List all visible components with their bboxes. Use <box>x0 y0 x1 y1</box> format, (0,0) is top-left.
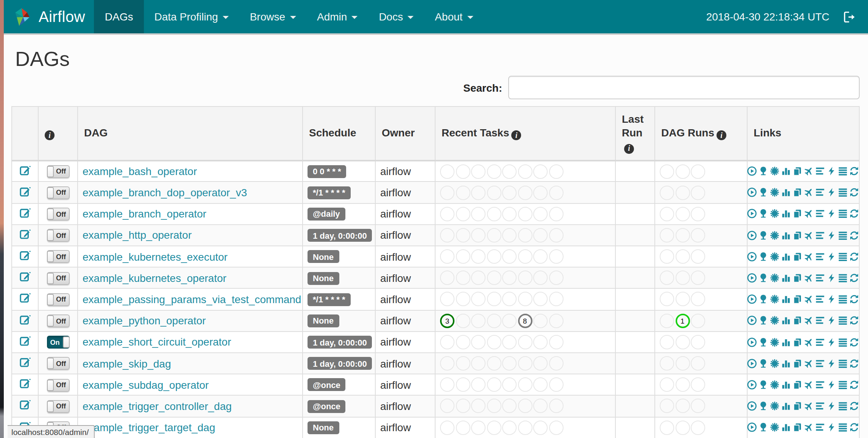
edit-dag-icon[interactable] <box>19 335 31 347</box>
log-view-icon[interactable] <box>838 294 848 304</box>
task-duration-icon[interactable] <box>781 166 792 177</box>
recent-task-circle[interactable] <box>518 335 532 349</box>
task-tries-icon[interactable] <box>793 401 803 411</box>
recent-task-circle[interactable] <box>440 292 454 307</box>
dag-run-circle[interactable] <box>660 228 674 242</box>
code-view-icon[interactable] <box>827 209 837 219</box>
recent-task-circle[interactable] <box>549 292 563 307</box>
gantt-view-icon[interactable] <box>815 337 826 347</box>
graph-view-icon[interactable] <box>770 188 780 198</box>
landing-times-icon[interactable] <box>804 358 814 369</box>
task-duration-icon[interactable] <box>781 380 792 390</box>
recent-task-circle[interactable] <box>440 377 454 392</box>
dag-pause-toggle[interactable]: Off <box>47 293 69 306</box>
recent-task-circle[interactable] <box>471 377 486 392</box>
recent-task-circle[interactable] <box>440 164 454 178</box>
recent-task-circle[interactable] <box>456 356 470 371</box>
recent-task-circle[interactable] <box>487 185 501 200</box>
recent-task-circle[interactable]: 8 <box>518 313 532 328</box>
task-tries-icon[interactable] <box>793 316 803 326</box>
recent-task-circle[interactable] <box>456 335 470 349</box>
recent-task-circle[interactable] <box>549 249 563 264</box>
recent-task-circle[interactable] <box>533 206 548 221</box>
dag-run-circle[interactable] <box>660 164 674 178</box>
dag-run-circle[interactable] <box>675 249 690 264</box>
recent-task-circle[interactable] <box>456 292 470 307</box>
trigger-dag-icon[interactable] <box>747 358 757 369</box>
refresh-icon[interactable] <box>849 358 860 369</box>
task-tries-icon[interactable] <box>793 230 803 240</box>
recent-task-circle[interactable] <box>502 377 517 392</box>
tree-view-icon[interactable] <box>759 209 769 219</box>
landing-times-icon[interactable] <box>804 273 814 283</box>
refresh-icon[interactable] <box>849 273 860 283</box>
recent-task-circle[interactable] <box>456 399 470 413</box>
dag-run-circle[interactable] <box>660 420 674 435</box>
landing-times-icon[interactable] <box>804 316 814 326</box>
tree-view-icon[interactable] <box>759 337 769 347</box>
edit-dag-icon[interactable] <box>19 164 31 176</box>
recent-task-circle[interactable] <box>518 249 532 264</box>
task-duration-icon[interactable] <box>781 337 792 347</box>
dag-run-circle[interactable] <box>660 356 674 371</box>
recent-task-circle[interactable] <box>518 271 532 285</box>
recent-task-circle[interactable] <box>440 271 454 285</box>
tree-view-icon[interactable] <box>759 166 769 177</box>
dag-run-circle[interactable] <box>691 335 705 349</box>
edit-dag-icon[interactable] <box>19 185 31 197</box>
gantt-view-icon[interactable] <box>815 316 826 326</box>
code-view-icon[interactable] <box>827 166 837 177</box>
nav-item-about[interactable]: About <box>424 0 484 33</box>
task-tries-icon[interactable] <box>793 188 803 198</box>
recent-task-circle[interactable] <box>487 356 501 371</box>
recent-task-circle[interactable] <box>533 420 548 435</box>
dag-run-circle[interactable] <box>675 271 690 285</box>
recent-task-circle[interactable] <box>440 185 454 200</box>
graph-view-icon[interactable] <box>770 358 780 369</box>
recent-task-circle[interactable] <box>487 164 501 178</box>
dag-run-circle[interactable] <box>660 292 674 307</box>
task-tries-icon[interactable] <box>793 358 803 369</box>
recent-task-circle[interactable] <box>549 420 563 435</box>
recent-task-circle[interactable] <box>533 356 548 371</box>
dag-link[interactable]: example_subdag_operator <box>83 379 209 391</box>
refresh-icon[interactable] <box>849 252 860 262</box>
dag-run-circle[interactable] <box>660 335 674 349</box>
recent-task-circle[interactable] <box>487 271 501 285</box>
refresh-icon[interactable] <box>849 380 860 390</box>
landing-times-icon[interactable] <box>804 252 814 262</box>
task-duration-icon[interactable] <box>781 358 792 369</box>
recent-task-circle[interactable] <box>471 335 486 349</box>
recent-task-circle[interactable] <box>518 399 532 413</box>
recent-task-circle[interactable] <box>440 249 454 264</box>
recent-task-circle[interactable] <box>471 249 486 264</box>
dag-run-circle[interactable] <box>691 292 705 307</box>
recent-task-circle[interactable] <box>518 356 532 371</box>
graph-view-icon[interactable] <box>770 294 780 304</box>
recent-task-circle[interactable] <box>502 399 517 413</box>
dag-run-circle[interactable] <box>691 228 705 242</box>
recent-task-circle[interactable] <box>471 271 486 285</box>
gantt-view-icon[interactable] <box>815 294 826 304</box>
refresh-icon[interactable] <box>849 422 860 433</box>
dag-link[interactable]: example_bash_operator <box>83 165 197 177</box>
task-duration-icon[interactable] <box>781 230 792 240</box>
graph-view-icon[interactable] <box>770 401 780 411</box>
task-duration-icon[interactable] <box>781 209 792 219</box>
recent-task-circle[interactable] <box>456 313 470 328</box>
dag-run-circle[interactable] <box>675 164 690 178</box>
recent-task-circle[interactable] <box>456 271 470 285</box>
recent-task-circle[interactable] <box>440 335 454 349</box>
dag-run-circle[interactable] <box>660 399 674 413</box>
recent-task-circle[interactable] <box>502 206 517 221</box>
recent-task-circle[interactable] <box>549 335 563 349</box>
dag-run-circle[interactable] <box>675 399 690 413</box>
edit-dag-icon[interactable] <box>19 399 31 411</box>
code-view-icon[interactable] <box>827 401 837 411</box>
recent-task-circle[interactable] <box>456 185 470 200</box>
dag-pause-toggle[interactable]: Off <box>47 165 69 178</box>
dag-run-circle[interactable] <box>691 164 705 178</box>
refresh-icon[interactable] <box>849 401 860 411</box>
recent-task-circle[interactable] <box>549 399 563 413</box>
trigger-dag-icon[interactable] <box>747 422 757 433</box>
